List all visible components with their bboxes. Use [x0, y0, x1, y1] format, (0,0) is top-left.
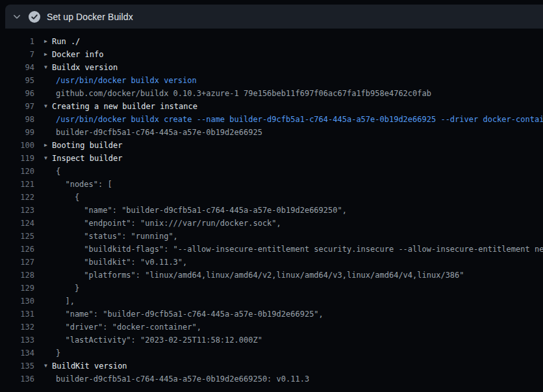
log-viewer[interactable]: 1 ▶ Run ./ 7 ▶ Docker info 94 ▼ Buildx v…	[0, 29, 543, 386]
log-row: 134 }	[0, 347, 543, 360]
line-number[interactable]: 99	[0, 126, 34, 139]
log-text: Inspect builder	[52, 152, 543, 165]
log-row: 130 ],	[0, 295, 543, 308]
collapse-toggle-icon[interactable]: ▼	[34, 100, 52, 113]
log-text: Booting builder	[52, 139, 543, 152]
line-number[interactable]: 125	[0, 230, 34, 243]
log-text: "status": "running",	[52, 230, 543, 243]
line-number[interactable]: 135	[0, 360, 34, 373]
log-text: builder-d9cfb5a1-c764-445a-a57e-0b19d2e6…	[52, 126, 543, 139]
log-row[interactable]: 119 ▼ Inspect builder	[0, 152, 543, 165]
line-number[interactable]: 7	[0, 48, 34, 61]
line-number[interactable]: 123	[0, 204, 34, 217]
log-row: 128 "platforms": "linux/amd64,linux/amd6…	[0, 269, 543, 282]
log-row[interactable]: 94 ▼ Buildx version	[0, 61, 543, 74]
log-text: /usr/bin/docker buildx version	[52, 74, 543, 87]
log-row: 125 "status": "running",	[0, 230, 543, 243]
log-row[interactable]: 7 ▶ Docker info	[0, 48, 543, 61]
log-row: 136 builder-d9cfb5a1-c764-445a-a57e-0b19…	[0, 373, 543, 386]
line-number[interactable]: 136	[0, 373, 34, 386]
log-row: 132 "driver": "docker-container",	[0, 321, 543, 334]
log-text: Creating a new builder instance	[52, 100, 543, 113]
log-text: "name": "builder-d9cfb5a1-c764-445a-a57e…	[52, 308, 543, 321]
line-number[interactable]: 130	[0, 295, 34, 308]
line-number[interactable]: 129	[0, 282, 34, 295]
log-text: BuildKit version	[52, 360, 543, 373]
step-success-check-icon	[29, 11, 40, 23]
line-number[interactable]: 133	[0, 334, 34, 347]
log-text: }	[52, 282, 543, 295]
line-number[interactable]: 124	[0, 217, 34, 230]
line-number[interactable]: 96	[0, 87, 34, 100]
log-text: Docker info	[52, 48, 543, 61]
collapse-toggle-icon[interactable]: ▼	[34, 152, 52, 165]
log-text: "buildkit": "v0.11.3",	[52, 256, 543, 269]
log-row: 127 "buildkit": "v0.11.3",	[0, 256, 543, 269]
log-row: 120 {	[0, 165, 543, 178]
log-text: "platforms": "linux/amd64,linux/amd64/v2…	[52, 269, 543, 282]
log-text: github.com/docker/buildx 0.10.3+azure-1 …	[52, 87, 543, 100]
log-text: {	[52, 191, 543, 204]
log-text: "driver": "docker-container",	[52, 321, 543, 334]
line-number[interactable]: 122	[0, 191, 34, 204]
log-text: }	[52, 347, 543, 360]
log-text: /usr/bin/docker buildx create --name bui…	[52, 113, 543, 126]
collapse-toggle-icon[interactable]: ▼	[34, 61, 52, 74]
expand-toggle-icon[interactable]: ▶	[34, 48, 52, 61]
log-row: 96 github.com/docker/buildx 0.10.3+azure…	[0, 87, 543, 100]
line-number[interactable]: 1	[0, 35, 34, 48]
line-number[interactable]: 98	[0, 113, 34, 126]
step-header[interactable]: Set up Docker Buildx	[5, 5, 543, 29]
line-number[interactable]: 119	[0, 152, 34, 165]
line-number[interactable]: 127	[0, 256, 34, 269]
log-text: {	[52, 165, 543, 178]
line-number[interactable]: 131	[0, 308, 34, 321]
line-number[interactable]: 95	[0, 74, 34, 87]
expand-toggle-icon[interactable]: ▶	[34, 35, 52, 48]
log-row[interactable]: 135 ▼ BuildKit version	[0, 360, 543, 373]
log-row: 133 "lastActivity": "2023-02-25T11:58:12…	[0, 334, 543, 347]
log-row: 122 {	[0, 191, 543, 204]
log-row: 121 "nodes": [	[0, 178, 543, 191]
log-row[interactable]: 1 ▶ Run ./	[0, 35, 543, 48]
line-number[interactable]: 134	[0, 347, 34, 360]
line-number[interactable]: 100	[0, 139, 34, 152]
log-row: 95 /usr/bin/docker buildx version	[0, 74, 543, 87]
log-row: 129 }	[0, 282, 543, 295]
log-row: 98 /usr/bin/docker buildx create --name …	[0, 113, 543, 126]
log-text: "buildkitd-flags": "--allow-insecure-ent…	[52, 243, 543, 256]
log-text: "endpoint": "unix:///var/run/docker.sock…	[52, 217, 543, 230]
line-number[interactable]: 97	[0, 100, 34, 113]
log-text: "lastActivity": "2023-02-25T11:58:12.000…	[52, 334, 543, 347]
log-row: 131 "name": "builder-d9cfb5a1-c764-445a-…	[0, 308, 543, 321]
log-text: "name": "builder-d9cfb5a1-c764-445a-a57e…	[52, 204, 543, 217]
line-number[interactable]: 128	[0, 269, 34, 282]
log-row: 126 "buildkitd-flags": "--allow-insecure…	[0, 243, 543, 256]
step-title: Set up Docker Buildx	[47, 12, 133, 22]
log-text: Buildx version	[52, 61, 543, 74]
log-row: 124 "endpoint": "unix:///var/run/docker.…	[0, 217, 543, 230]
line-number[interactable]: 120	[0, 165, 34, 178]
chevron-down-icon[interactable]	[12, 12, 22, 22]
log-row[interactable]: 97 ▼ Creating a new builder instance	[0, 100, 543, 113]
log-text: ],	[52, 295, 543, 308]
line-number[interactable]: 94	[0, 61, 34, 74]
log-text: builder-d9cfb5a1-c764-445a-a57e-0b19d2e6…	[52, 373, 543, 386]
log-row: 123 "name": "builder-d9cfb5a1-c764-445a-…	[0, 204, 543, 217]
expand-toggle-icon[interactable]: ▶	[34, 139, 52, 152]
line-number[interactable]: 121	[0, 178, 34, 191]
collapse-toggle-icon[interactable]: ▼	[34, 360, 52, 373]
log-row[interactable]: 100 ▶ Booting builder	[0, 139, 543, 152]
log-text: "nodes": [	[52, 178, 543, 191]
line-number[interactable]: 132	[0, 321, 34, 334]
log-text: Run ./	[52, 35, 543, 48]
log-row: 99 builder-d9cfb5a1-c764-445a-a57e-0b19d…	[0, 126, 543, 139]
line-number[interactable]: 126	[0, 243, 34, 256]
